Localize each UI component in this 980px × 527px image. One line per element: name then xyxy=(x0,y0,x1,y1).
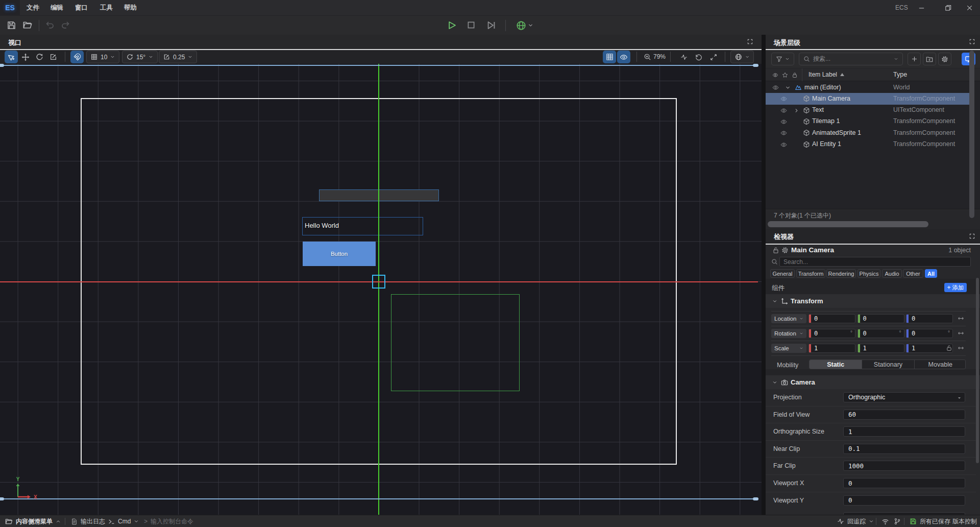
world-mode-dropdown[interactable] xyxy=(730,51,754,63)
trace-dropdown[interactable]: 回追踪 xyxy=(837,515,874,527)
selection-box[interactable] xyxy=(372,275,385,289)
rotate-snap-dropdown[interactable]: 15° xyxy=(122,51,158,63)
property-field[interactable]: 0 xyxy=(843,495,965,506)
hierarchy-row-main-editor[interactable]: main (Editor)World xyxy=(766,82,973,93)
hierarchy-add-button[interactable] xyxy=(908,53,921,65)
guide-handle[interactable] xyxy=(753,497,758,500)
network-status-icon[interactable] xyxy=(881,515,889,527)
viewport-canvas[interactable]: Hello World Button Y X xyxy=(0,64,762,515)
move-tool-button[interactable] xyxy=(19,51,32,63)
hierarchy-hscrollbar[interactable] xyxy=(768,221,928,227)
camera-section-header[interactable]: Camera xyxy=(766,375,980,389)
hierarchy-row-animatedsprite-1[interactable]: AnimatedSprite 1TransformComponent xyxy=(766,127,973,138)
fullscreen-view-button[interactable] xyxy=(708,51,719,63)
visibility-toggle-button[interactable] xyxy=(617,51,630,63)
property-field[interactable]: 1 xyxy=(843,426,965,437)
property-field[interactable]: Orthographic xyxy=(843,392,965,402)
add-component-button[interactable]: +添加 xyxy=(944,283,967,292)
tab-physics[interactable]: Physics xyxy=(857,269,880,278)
location-y-field[interactable]: 0 xyxy=(857,314,904,323)
scale-y-field[interactable]: 1 xyxy=(857,344,904,353)
stop-button[interactable] xyxy=(467,20,476,30)
redo-icon[interactable] xyxy=(61,20,70,30)
hierarchy-row-tilemap-1[interactable]: Tilemap 1TransformComponent xyxy=(766,116,973,127)
sprite-bounds-rect[interactable] xyxy=(391,294,520,391)
mobility-option-movable[interactable]: Movable xyxy=(914,360,966,369)
scene-text-hello-world[interactable]: Hello World xyxy=(305,222,339,229)
scale-x-field[interactable]: 1 xyxy=(808,344,855,353)
grid-toggle-button[interactable] xyxy=(603,51,616,63)
tab-other[interactable]: Other xyxy=(903,269,923,278)
row-visibility-eye-icon[interactable] xyxy=(780,118,787,125)
reset-row-icon[interactable] xyxy=(958,330,964,337)
git-branch-icon[interactable] xyxy=(894,515,901,527)
cmd-dropdown[interactable]: Cmd xyxy=(108,515,139,527)
reset-view-button[interactable] xyxy=(693,51,704,63)
row-expand-icon[interactable] xyxy=(794,108,799,113)
object-lock-icon[interactable] xyxy=(772,247,779,254)
maximize-button[interactable] xyxy=(940,0,955,15)
row-visibility-eye-icon[interactable] xyxy=(780,107,787,114)
menu-item-window[interactable]: 窗口 xyxy=(75,0,88,15)
object-settings-icon[interactable] xyxy=(781,247,789,254)
row-visibility-eye-icon[interactable] xyxy=(780,141,787,148)
select-tool-button[interactable] xyxy=(5,51,18,63)
uniform-scale-lock-icon[interactable] xyxy=(946,345,952,351)
column-item-label[interactable]: Item Label xyxy=(808,71,837,78)
row-collapse-icon[interactable] xyxy=(785,85,791,90)
mobility-option-stationary[interactable]: Stationary xyxy=(862,360,914,369)
undo-icon[interactable] xyxy=(45,20,55,30)
menu-item-file[interactable]: 文件 xyxy=(27,0,39,15)
canvas-guide-bottom[interactable] xyxy=(0,498,758,499)
launch-chevron-icon[interactable] xyxy=(528,22,537,32)
scale-tool-button[interactable] xyxy=(46,51,60,63)
rotation-y-field[interactable]: 0° xyxy=(857,329,904,338)
menu-item-help[interactable]: 帮助 xyxy=(124,0,137,15)
property-field[interactable]: 0.1 xyxy=(843,444,965,454)
content-drawer-button[interactable]: 内容侧滑菜单 xyxy=(5,515,61,527)
guide-handle[interactable] xyxy=(0,64,4,67)
scale-snap-dropdown[interactable]: 0.25 xyxy=(159,51,197,63)
hierarchy-settings-button[interactable] xyxy=(938,53,951,65)
hierarchy-search-box[interactable]: 搜索... xyxy=(799,53,903,65)
stats-toggle-button[interactable] xyxy=(678,51,690,63)
row-visibility-eye-icon[interactable] xyxy=(780,95,787,102)
rotate-tool-button[interactable] xyxy=(33,51,46,63)
row-visibility-eye-icon[interactable] xyxy=(772,84,779,91)
play-button[interactable] xyxy=(447,20,457,30)
reset-row-icon[interactable] xyxy=(958,345,964,351)
hierarchy-new-folder-button[interactable] xyxy=(923,53,936,65)
inspector-vscrollbar[interactable] xyxy=(976,278,979,463)
reset-row-icon[interactable] xyxy=(958,315,964,322)
guide-handle[interactable] xyxy=(0,497,4,500)
property-field[interactable]: 1000 xyxy=(843,461,965,471)
viewport-expand-icon[interactable] xyxy=(747,39,753,44)
scene-button[interactable]: Button xyxy=(303,242,376,266)
property-field[interactable]: 0 xyxy=(843,478,965,488)
mobility-option-static[interactable]: Static xyxy=(810,360,862,369)
step-button[interactable] xyxy=(486,20,496,30)
favorite-column-icon[interactable] xyxy=(782,72,788,78)
console-input[interactable]: > 输入控制台命令 xyxy=(144,515,193,527)
tab-general[interactable]: General xyxy=(770,269,795,278)
scale-axis-dropdown[interactable]: Scale xyxy=(771,344,806,353)
save-icon[interactable] xyxy=(7,20,16,30)
visibility-column-icon[interactable] xyxy=(772,72,778,78)
launch-globe-button[interactable] xyxy=(516,20,526,30)
hierarchy-row-text[interactable]: TextUITextComponent xyxy=(766,105,973,116)
tab-audio[interactable]: Audio xyxy=(882,269,902,278)
tab-all[interactable]: All xyxy=(925,269,937,278)
rotation-z-field[interactable]: 0° xyxy=(906,329,953,338)
hierarchy-row-ai-entity-1[interactable]: AI Entity 1TransformComponent xyxy=(766,139,973,150)
rotation-x-field[interactable]: 0° xyxy=(808,329,855,338)
canvas-guide-top[interactable] xyxy=(0,65,758,66)
hierarchy-row-main-camera[interactable]: Main CameraTransformComponent xyxy=(766,93,973,104)
guide-handle[interactable] xyxy=(753,64,758,67)
column-type[interactable]: Type xyxy=(893,71,907,78)
version-control-button[interactable]: 版本控制 xyxy=(952,515,977,527)
grid-snap-dropdown[interactable]: 10 xyxy=(86,51,119,63)
menu-item-edit[interactable]: 编辑 xyxy=(51,0,63,15)
inspector-search-input[interactable]: Search... xyxy=(779,257,971,267)
minimize-button[interactable] xyxy=(914,0,929,15)
transform-section-header[interactable]: Transform xyxy=(766,294,980,308)
